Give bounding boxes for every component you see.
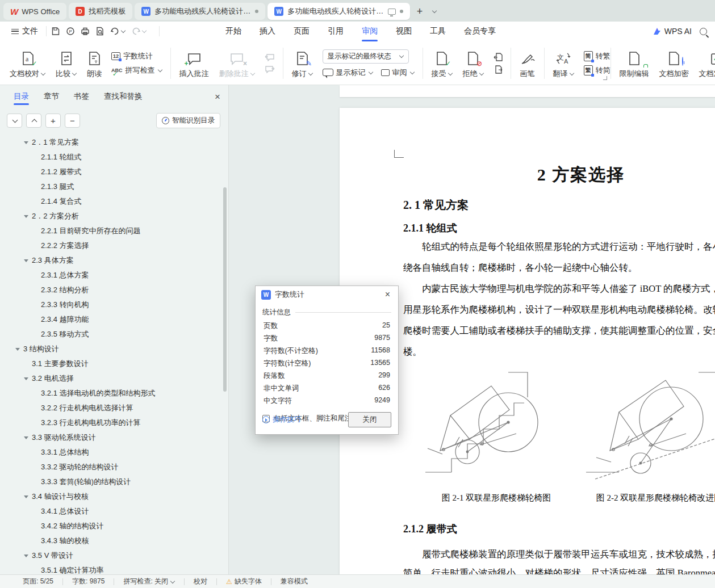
dialog-title-bar[interactable]: W 字数统计 × [256, 286, 398, 303]
menu-page[interactable]: 页面 [287, 23, 316, 39]
compare-button[interactable]: 比较 [51, 43, 82, 83]
outline-item[interactable]: 3.2 电机选择 [0, 371, 228, 386]
translate-button[interactable]: 文A 翻译 [548, 43, 579, 83]
finalize-document-button[interactable]: 文档定稿 [694, 43, 715, 83]
outline-item[interactable]: 3.2.1 选择电动机的类型和结构形式 [0, 386, 228, 401]
read-aloud-button[interactable]: 朗读 [82, 43, 107, 83]
print-button[interactable] [81, 27, 90, 36]
undo-button[interactable] [110, 27, 126, 36]
new-tab-button[interactable]: + [412, 4, 427, 19]
sidebar-close-icon[interactable]: × [215, 92, 220, 102]
collapse-triangle-icon[interactable] [24, 215, 32, 218]
traditional-to-simplified-button[interactable]: 繁 转简 [584, 65, 611, 75]
collapse-triangle-icon[interactable] [24, 377, 32, 380]
outline-item[interactable]: 3.4.2 轴的结构设计 [0, 519, 228, 534]
outline-item[interactable]: 2.1.2 履带式 [0, 165, 228, 179]
tips-link[interactable]: 操作技巧 [262, 415, 301, 425]
outline-item[interactable]: 3.5 V 带设计 [0, 548, 228, 563]
menu-review-active[interactable]: 审阅 [355, 23, 384, 39]
markup-state-select[interactable]: 显示标记的最终状态 [323, 49, 409, 64]
sidebar-scrollbar-thumb[interactable] [223, 187, 227, 392]
outline-item[interactable]: 3.4.1 总体设计 [0, 504, 228, 519]
collapse-triangle-icon[interactable] [24, 259, 32, 262]
tab-wps-home[interactable]: W WPS Office [3, 3, 66, 20]
outline-item[interactable]: 2.3.1 总体方案 [0, 268, 228, 283]
outline-item[interactable]: 2.3 具体方案 [0, 253, 228, 268]
save-button[interactable] [51, 27, 60, 36]
sidebar-tab-find-replace[interactable]: 查找和替换 [104, 87, 143, 106]
collapse-triangle-icon[interactable] [24, 495, 32, 498]
collapse-triangle-icon[interactable] [24, 555, 32, 557]
status-compat-mode[interactable]: 兼容模式 [271, 577, 317, 586]
outline-item[interactable]: 2.2.1 目前研究中所存在的问题 [0, 224, 228, 238]
outline-item[interactable]: 2.2.2 方案选择 [0, 238, 228, 253]
insert-comment-button[interactable]: + 插入批注 [174, 43, 214, 83]
outline-item[interactable]: 2.1.1 轮组式 [0, 150, 228, 165]
sidebar-tab-bookmarks[interactable]: 书签 [74, 87, 89, 106]
outline-item[interactable]: 3.2.3 行走机构电机功率的计算 [0, 415, 228, 430]
zoom-in-outline-button[interactable]: + [45, 114, 61, 128]
expand-all-button[interactable] [7, 114, 22, 128]
simplified-to-traditional-button[interactable]: 简 转繁 [584, 51, 611, 61]
status-word-count[interactable]: 字数: 9875 [63, 577, 114, 586]
outline-item[interactable]: 3.4 轴设计与校核 [0, 489, 228, 504]
outline-item[interactable]: 2.3.5 移动方式 [0, 327, 228, 342]
accept-revision-button[interactable]: ✓ 接受 [427, 43, 458, 83]
encrypt-document-button[interactable]: 文档加密 [654, 43, 694, 83]
sidebar-tab-contents[interactable]: 目录 [14, 87, 29, 106]
menu-home[interactable]: 开始 [219, 23, 248, 39]
search-icon[interactable] [700, 28, 707, 35]
outline-item[interactable]: 2.1.4 复合式 [0, 194, 228, 209]
previous-revision-button[interactable] [494, 53, 503, 61]
menu-insert[interactable]: 插入 [253, 23, 282, 39]
menu-reference[interactable]: 引用 [321, 23, 350, 39]
undo-dropdown-icon[interactable] [121, 29, 126, 33]
outline-item[interactable]: 2.1.3 腿式 [0, 179, 228, 194]
outline-item[interactable]: 3.4.3 轴的校核 [0, 534, 228, 548]
menu-member[interactable]: 会员专享 [457, 23, 503, 39]
print-preview-button[interactable] [95, 27, 104, 36]
outline-item[interactable]: 2．2 方案分析 [0, 209, 228, 224]
collapse-triangle-icon[interactable] [24, 141, 32, 144]
outline-item[interactable]: 2.3.4 越障功能 [0, 312, 228, 327]
tab-docer-template[interactable]: D 找稻壳模板 [69, 3, 132, 20]
outline-item[interactable]: 3.2.2 行走机构电机选择计算 [0, 401, 228, 415]
zoom-out-outline-button[interactable]: − [65, 114, 80, 128]
next-revision-button[interactable] [494, 65, 503, 74]
status-spell-check[interactable]: 拼写检查: 关闭 [114, 577, 184, 586]
outline-item[interactable]: 2.3.3 转向机构 [0, 297, 228, 312]
status-missing-font[interactable]: ⚠缺失字体 [217, 577, 271, 586]
review-pane-button[interactable]: 审阅 [381, 68, 415, 78]
reject-revision-button[interactable]: ⊘ 拒绝 [458, 43, 489, 83]
collapse-all-button[interactable] [26, 114, 41, 128]
menu-view[interactable]: 视图 [389, 23, 419, 39]
outline-item[interactable]: 3.3.1 总体结构 [0, 445, 228, 460]
outline-item[interactable]: 3.1 主要参数设计 [0, 356, 228, 371]
track-changes-button[interactable]: ✎ 修订 [287, 43, 318, 83]
outline-item[interactable]: 2.3.2 结构分析 [0, 283, 228, 297]
word-count-button[interactable]: 12 字数统计 [111, 51, 162, 61]
ink-pen-button[interactable]: 画笔 [515, 43, 541, 83]
status-proofread[interactable]: 校对 [185, 577, 216, 586]
file-menu-button[interactable]: 文件 [8, 24, 41, 39]
outline-item[interactable]: 3.3 驱动轮系统设计 [0, 430, 228, 445]
dialog-close-button[interactable]: 关闭 [348, 412, 391, 427]
outline-item[interactable]: 3.5.1 确定计算功率 [0, 563, 228, 574]
sidebar-tab-chapters[interactable]: 章节 [44, 87, 59, 106]
tab-document-2-active[interactable]: W 多功能电动残疾人轮椅设计 毕 [267, 3, 410, 20]
wps-ai-button[interactable]: WPS AI [653, 27, 692, 36]
outline-item[interactable]: 3.3.2 驱动轮的结构设计 [0, 460, 228, 474]
restrict-editing-button[interactable]: 限制编辑 [614, 43, 654, 83]
tab-document-1[interactable]: W 多功能电动残疾人轮椅设计 任务书 [135, 3, 265, 20]
outline-item[interactable]: 3.3.3 套筒(轮轴)的结构设计 [0, 474, 228, 489]
tab-list-chevron[interactable] [427, 4, 442, 19]
spell-check-button[interactable]: ABC✓ 拼写检查 [111, 65, 162, 75]
collapse-triangle-icon[interactable] [24, 436, 32, 439]
menu-tools[interactable]: 工具 [423, 23, 453, 39]
collapse-triangle-icon[interactable] [15, 348, 23, 351]
smart-toc-button[interactable]: 智能识别目录 [156, 113, 220, 128]
dialog-close-icon[interactable]: × [383, 289, 392, 300]
export-pdf-button[interactable]: P [66, 27, 75, 36]
status-page-number[interactable]: 页面: 5/25 [23, 577, 62, 586]
doc-proof-button[interactable]: a✓ 文档校对 [5, 43, 51, 83]
